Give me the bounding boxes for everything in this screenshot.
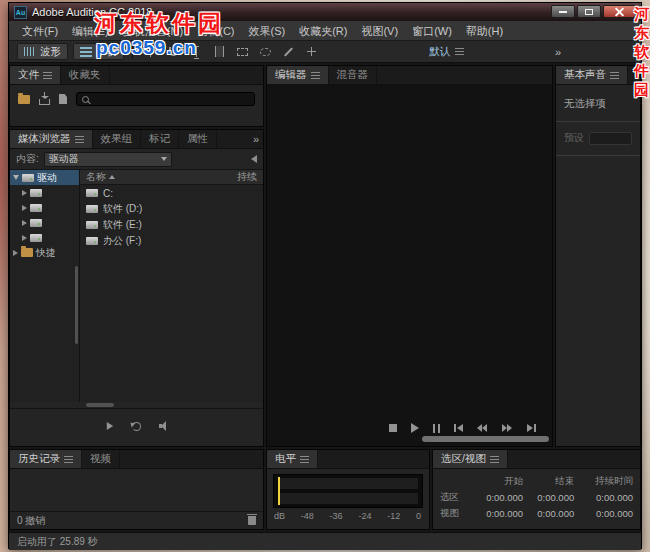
transport-fast-forward-button[interactable] — [502, 424, 513, 432]
tool-button-range[interactable] — [210, 44, 228, 60]
tree-item-drive-e[interactable] — [10, 215, 79, 230]
drive-icon — [86, 189, 98, 197]
tab-selection-view[interactable]: 选区/视图 — [433, 450, 508, 468]
column-name-label: 名称 — [86, 170, 106, 184]
waveform-view-button[interactable]: 波形 — [17, 43, 68, 60]
view-duration-value[interactable]: 0:00.000 — [574, 508, 633, 519]
search-input[interactable] — [76, 92, 255, 106]
import-file-icon[interactable] — [39, 99, 50, 105]
editor-zoom-scrollbar[interactable] — [422, 436, 549, 442]
tab-effects-rack[interactable]: 效果组 — [93, 130, 142, 148]
close-button[interactable] — [603, 5, 636, 18]
tool-button-heal[interactable] — [302, 44, 320, 60]
panel-menu-icon[interactable] — [610, 72, 619, 79]
auto-play-icon[interactable] — [159, 421, 168, 431]
tree-scrollbar[interactable] — [75, 266, 78, 344]
scale-tick: -48 — [301, 511, 314, 521]
column-duration[interactable]: 持续 — [237, 170, 257, 184]
maximize-icon — [585, 9, 593, 15]
transport-play-button[interactable] — [411, 423, 419, 433]
new-file-icon[interactable] — [59, 94, 67, 104]
preview-play-icon[interactable] — [106, 422, 112, 430]
tabs-overflow-chevron[interactable]: » — [253, 130, 259, 149]
drive-row[interactable]: C: — [80, 185, 263, 201]
panel-menu-icon[interactable] — [43, 72, 52, 79]
transport-stop-button[interactable] — [389, 424, 397, 432]
tree-item-drive-f[interactable] — [10, 230, 79, 245]
drive-name: 软件 (D:) — [103, 202, 142, 216]
tab-media-browser[interactable]: 媒体浏览器 — [10, 130, 93, 148]
expander-open-icon[interactable] — [13, 175, 19, 180]
tool-button-marquee[interactable] — [233, 44, 251, 60]
toolbar-overflow-chevron[interactable]: » — [555, 46, 561, 58]
panel-menu-icon[interactable] — [311, 72, 320, 79]
transport-pause-button[interactable] — [433, 424, 440, 433]
tab-levels[interactable]: 电平 — [267, 450, 318, 468]
menu-effects[interactable]: 效果(S) — [242, 21, 293, 41]
scale-tick: -36 — [330, 511, 343, 521]
up-level-icon[interactable] — [251, 155, 257, 163]
drive-row[interactable]: 软件 (E:) — [80, 217, 263, 233]
panel-menu-icon[interactable] — [64, 456, 73, 463]
transport-previous-button[interactable] — [454, 424, 463, 432]
tree-item-drive-c[interactable] — [10, 185, 79, 200]
preview-controls — [10, 413, 263, 439]
minimize-button[interactable] — [551, 5, 575, 18]
tab-editor[interactable]: 编辑器 — [267, 66, 329, 84]
panel-menu-icon[interactable] — [300, 456, 309, 463]
tab-favorites[interactable]: 收藏夹 — [61, 66, 110, 84]
files-toolbar — [10, 85, 263, 113]
tab-properties[interactable]: 属性 — [179, 130, 217, 148]
tab-video[interactable]: 视频 — [82, 450, 120, 468]
column-name[interactable]: 名称 — [86, 170, 115, 184]
tree-item-drives[interactable]: 驱动 — [10, 170, 79, 185]
column-end: 结束 — [523, 475, 574, 488]
menu-help[interactable]: 帮助(H) — [459, 21, 510, 41]
tree-item-shortcuts[interactable]: 快捷 — [10, 245, 79, 260]
workspace-menu-icon — [455, 48, 464, 55]
expander-closed-icon[interactable] — [22, 190, 27, 196]
tab-mixer[interactable]: 混音器 — [329, 66, 378, 84]
expander-closed-icon[interactable] — [22, 220, 27, 226]
tab-essential-sound[interactable]: 基本声音 — [556, 66, 628, 84]
transport-rewind-button[interactable] — [477, 424, 488, 432]
menu-window[interactable]: 窗口(W) — [405, 21, 459, 41]
expander-closed-icon[interactable] — [22, 235, 27, 241]
media-browser-split: 驱动 — [10, 170, 263, 402]
selection-start-value[interactable]: 0:00.000 — [472, 492, 523, 503]
tab-history[interactable]: 历史记录 — [10, 450, 82, 468]
transport-next-button[interactable] — [527, 424, 536, 432]
menu-file[interactable]: 文件(F) — [15, 21, 65, 41]
drive-row[interactable]: 软件 (D:) — [80, 201, 263, 217]
view-end-value[interactable]: 0:00.000 — [523, 508, 574, 519]
menu-view[interactable]: 视图(V) — [354, 21, 405, 41]
tool-button-brush[interactable] — [279, 44, 297, 60]
panel-menu-icon[interactable] — [75, 136, 84, 143]
drive-icon — [22, 174, 34, 182]
scrollbar-thumb[interactable] — [86, 403, 114, 407]
expander-closed-icon[interactable] — [13, 250, 18, 256]
open-file-icon[interactable] — [18, 95, 30, 104]
waveform-label: 波形 — [40, 45, 61, 59]
trash-icon[interactable] — [248, 516, 256, 525]
workspace-selector[interactable]: 默认 — [429, 45, 464, 59]
view-start-value[interactable]: 0:00.000 — [472, 508, 523, 519]
drive-row[interactable]: 办公 (F:) — [80, 233, 263, 249]
loop-playback-icon[interactable] — [132, 422, 141, 431]
expander-closed-icon[interactable] — [22, 205, 27, 211]
menu-favorites[interactable]: 收藏夹(R) — [292, 21, 354, 41]
editor-canvas[interactable] — [267, 85, 552, 446]
tree-item-drive-d[interactable] — [10, 200, 79, 215]
selection-row-label: 选区 — [440, 491, 472, 504]
tool-button-lasso[interactable] — [256, 44, 274, 60]
content-dropdown[interactable]: 驱动器 — [44, 152, 172, 167]
selection-duration-value[interactable]: 0:00.000 — [574, 492, 633, 503]
tab-files[interactable]: 文件 — [10, 66, 61, 84]
preset-dropdown[interactable] — [589, 132, 632, 145]
maximize-button[interactable] — [577, 5, 601, 18]
selection-end-value[interactable]: 0:00.000 — [523, 492, 574, 503]
tab-markers[interactable]: 标记 — [141, 130, 179, 148]
panel-menu-icon[interactable] — [490, 456, 499, 463]
media-horizontal-scrollbar[interactable] — [10, 401, 263, 409]
drive-icon — [86, 221, 98, 229]
